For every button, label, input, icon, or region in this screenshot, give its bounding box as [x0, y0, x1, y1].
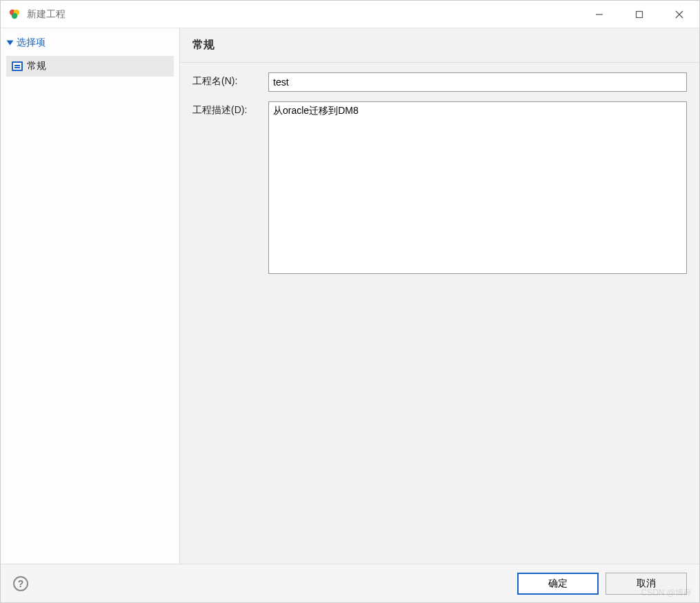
- chevron-down-icon: [7, 41, 14, 46]
- cancel-button[interactable]: 取消: [606, 573, 687, 595]
- sidebar-group-options[interactable]: 选择项: [5, 34, 175, 52]
- panel-heading: 常规: [180, 28, 699, 63]
- sidebar-group-label: 选择项: [17, 37, 46, 49]
- content-panel: 常规 工程名(N): 工程描述(D):: [180, 28, 699, 564]
- project-name-input[interactable]: [268, 72, 687, 92]
- sidebar-item-label: 常规: [27, 60, 46, 72]
- sidebar-item-general[interactable]: 常规: [6, 56, 174, 77]
- dialog-footer: ? 确定 取消: [1, 564, 699, 602]
- project-desc-textarea[interactable]: [268, 101, 687, 274]
- titlebar: 新建工程: [1, 1, 699, 28]
- main-area: 选择项 常规 常规 工程名(N): 工程描述(D):: [1, 28, 699, 564]
- close-button[interactable]: [659, 1, 699, 28]
- help-button[interactable]: ?: [13, 576, 28, 591]
- maximize-button[interactable]: [619, 1, 659, 28]
- app-icon: [8, 8, 21, 21]
- minimize-button[interactable]: [579, 1, 619, 28]
- panel-body: 工程名(N): 工程描述(D):: [180, 63, 699, 564]
- window-title: 新建工程: [27, 8, 579, 21]
- help-icon-glyph: ?: [18, 578, 24, 589]
- row-project-desc: 工程描述(D):: [192, 101, 687, 276]
- window-controls: [579, 1, 699, 28]
- project-desc-label: 工程描述(D):: [192, 101, 268, 276]
- project-name-label: 工程名(N):: [192, 72, 268, 92]
- ok-button[interactable]: 确定: [517, 573, 599, 595]
- svg-rect-4: [637, 11, 643, 17]
- form-icon: [12, 61, 23, 71]
- row-project-name: 工程名(N):: [192, 72, 687, 92]
- svg-point-2: [12, 12, 17, 18]
- sidebar: 选择项 常规: [1, 28, 180, 564]
